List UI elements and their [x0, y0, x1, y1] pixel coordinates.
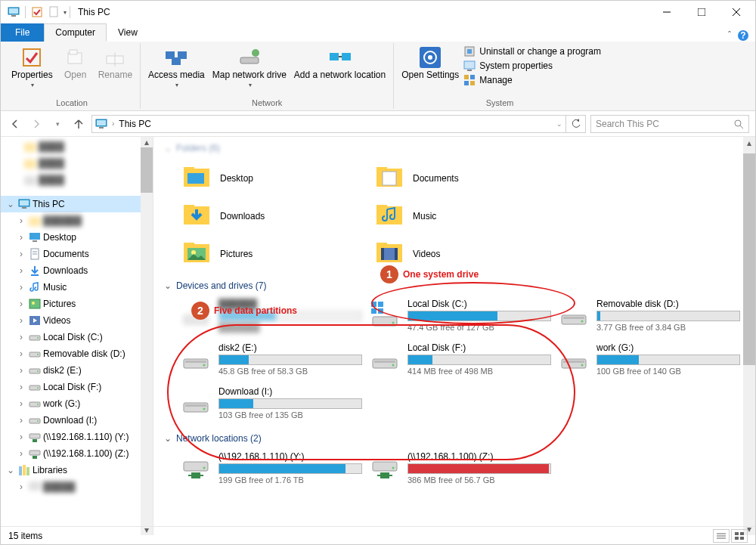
tab-file[interactable]: File	[1, 23, 44, 42]
svg-rect-99	[371, 308, 376, 314]
nav-back-button[interactable]	[7, 116, 23, 132]
folders-header[interactable]: Folders (6)	[176, 143, 220, 153]
svg-rect-1	[9, 8, 18, 14]
sidebar-item[interactable]: ›Download (I:)	[1, 412, 153, 429]
nav-forward-button[interactable]	[28, 116, 45, 132]
drive-item[interactable]: work (G:)100 GB free of 140 GB	[559, 341, 740, 385]
folder-item[interactable]: Music	[373, 197, 566, 235]
map-drive-button[interactable]: Map network drive▾	[209, 43, 290, 98]
svg-point-65	[37, 404, 39, 405]
sidebar-item[interactable]: ›(\\192.168.1.110) (Y:)	[1, 429, 153, 445]
nav-up-button[interactable]	[70, 116, 87, 132]
help-icon[interactable]: ?	[737, 29, 749, 42]
folder-item[interactable]: Documents	[373, 159, 566, 197]
folder-item[interactable]: Pictures	[181, 235, 373, 273]
network-drive-item[interactable]: (\\192.168.1.100) (Z:)386 MB free of 56.…	[370, 450, 551, 494]
nav-recent-button[interactable]: ▾	[49, 116, 66, 132]
access-media-button[interactable]: Access media▾	[145, 43, 208, 98]
sidebar-item[interactable]: ›Documents	[1, 246, 153, 262]
open-settings-button[interactable]: Open Settings	[398, 43, 462, 98]
svg-point-26	[428, 55, 432, 60]
svg-rect-71	[33, 456, 37, 459]
sidebar-scrollbar-track[interactable]	[141, 137, 153, 535]
chevron-down-icon[interactable]: ⌄	[164, 280, 172, 291]
sidebar-item[interactable]: ›Music	[1, 279, 153, 296]
sidebar-item[interactable]: ████	[1, 155, 153, 172]
sidebar-item[interactable]: ›Downloads	[1, 262, 153, 279]
svg-rect-2	[11, 15, 16, 17]
properties-button[interactable]: Properties▾	[8, 43, 56, 98]
drive-item[interactable]: Download (I:)103 GB free of 135 GB	[181, 385, 362, 429]
sidebar-item-this-pc[interactable]: ⌄This PC	[1, 196, 153, 212]
chevron-down-icon[interactable]: ⌄	[164, 433, 172, 444]
refresh-button[interactable]	[566, 115, 586, 133]
add-network-location-button[interactable]: Add a network location	[291, 43, 389, 98]
this-pc-icon	[95, 119, 107, 129]
breadcrumb-dropdown-icon[interactable]: ⌄	[556, 120, 562, 128]
svg-rect-100	[378, 308, 383, 314]
svg-rect-4	[50, 7, 57, 17]
folder-item[interactable]: Videos	[373, 235, 566, 273]
sidebar-scrollbar-thumb[interactable]	[141, 147, 153, 193]
tab-computer[interactable]: Computer	[44, 23, 107, 42]
qat-new-icon[interactable]	[45, 4, 62, 20]
qat-properties-icon[interactable]	[29, 4, 45, 20]
sidebar-item[interactable]: ›work (G:)	[1, 395, 153, 412]
ribbon: Properties▾ Open Rename Location Access …	[1, 42, 755, 111]
svg-rect-101	[373, 317, 397, 326]
close-button[interactable]	[719, 1, 754, 23]
view-icons-button[interactable]	[731, 529, 748, 543]
ribbon-group-location: Properties▾ Open Rename Location	[4, 43, 141, 109]
drive-item[interactable]: disk2 (E:)45.8 GB free of 58.3 GB	[181, 341, 362, 385]
drive-item[interactable]: █████████████	[181, 297, 362, 341]
rename-button[interactable]: Rename	[95, 43, 135, 98]
svg-rect-78	[187, 173, 204, 184]
svg-rect-120	[191, 472, 200, 478]
netloc-header[interactable]: Network locations (2)	[176, 433, 262, 444]
drive-item[interactable]: Local Disk (F:)414 MB free of 498 MB	[370, 341, 551, 385]
open-button[interactable]: Open	[57, 43, 94, 98]
sidebar-item[interactable]: ›Removable disk (D:)	[1, 345, 153, 362]
view-details-button[interactable]	[713, 529, 730, 543]
minimize-button[interactable]	[649, 1, 684, 23]
svg-rect-11	[23, 49, 40, 66]
ribbon-collapse-icon[interactable]: ˆ	[728, 30, 731, 41]
svg-rect-36	[97, 120, 106, 125]
sidebar-item[interactable]: ████	[1, 172, 153, 188]
sidebar-item[interactable]: ›Local Disk (F:)	[1, 379, 153, 395]
svg-rect-112	[562, 359, 586, 368]
sidebar-item[interactable]: ›disk2 (E:)	[1, 362, 153, 379]
sidebar-item[interactable]: ›Videos	[1, 312, 153, 329]
sidebar-scroll-up[interactable]: ▴	[141, 137, 153, 147]
uninstall-program-button[interactable]: Uninstall or change a program	[463, 45, 601, 57]
svg-rect-109	[373, 359, 397, 368]
sidebar-item[interactable]: ›Pictures	[1, 296, 153, 312]
svg-rect-32	[470, 75, 475, 79]
sidebar-item-libraries[interactable]: ⌄Libraries	[1, 462, 153, 478]
sidebar-item[interactable]: ›Desktop	[1, 229, 153, 246]
sidebar-item[interactable]: ›Local Disk (C:)	[1, 329, 153, 345]
search-input[interactable]: Search This PC	[590, 115, 749, 133]
svg-rect-37	[99, 127, 104, 129]
network-drive-item[interactable]: (\\192.168.1.110) (Y:)199 GB free of 1.7…	[181, 450, 362, 494]
breadcrumb[interactable]: › This PC ⌄	[91, 115, 566, 133]
devices-header[interactable]: Devices and drives (7)	[176, 280, 266, 291]
folder-item[interactable]: Desktop	[181, 159, 373, 197]
drive-item[interactable]: Removable disk (D:)3.77 GB free of 3.84 …	[559, 297, 740, 341]
sidebar-item[interactable]: ›(\\192.168.1.100) (Z:)	[1, 445, 153, 462]
sidebar-item[interactable]: ›██████	[1, 212, 153, 229]
tab-view[interactable]: View	[107, 23, 149, 42]
system-properties-button[interactable]: System properties	[463, 60, 601, 72]
sidebar-item[interactable]: ████	[1, 138, 153, 155]
maximize-button[interactable]	[684, 1, 719, 23]
qat-dropdown-icon[interactable]: ▾	[64, 9, 67, 16]
ribbon-group-network: Access media▾ Map network drive▾ Add a n…	[141, 43, 394, 109]
svg-rect-77	[184, 167, 194, 172]
drive-item-c[interactable]: Local Disk (C:)47.4 GB free of 127 GB	[370, 297, 551, 341]
folder-item[interactable]: Downloads	[181, 197, 373, 235]
svg-rect-69	[33, 439, 37, 442]
svg-point-119	[203, 467, 206, 469]
sidebar-item[interactable]: ›█████	[1, 478, 153, 495]
svg-rect-45	[22, 207, 26, 209]
manage-button[interactable]: Manage	[463, 74, 601, 86]
